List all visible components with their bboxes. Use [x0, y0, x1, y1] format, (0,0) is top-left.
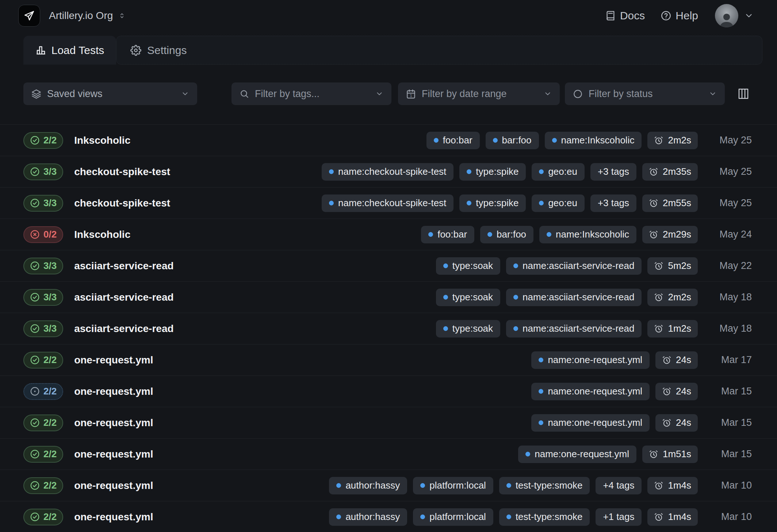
- status-badge: 2/2: [23, 132, 63, 149]
- tag-overflow-chip: +3 tags: [590, 163, 636, 181]
- book-icon: [605, 11, 616, 21]
- tag-label: type:soak: [452, 323, 493, 334]
- tag-list: author:hassy platform:local test-type:sm…: [329, 477, 642, 494]
- duration-chip: 5m2s: [647, 257, 698, 275]
- duration-chip: 2m2s: [647, 289, 698, 306]
- tag-chip: foo:bar: [426, 132, 480, 149]
- org-switcher[interactable]: Artillery.io Org: [49, 10, 126, 22]
- test-run-row[interactable]: 3/3 checkout-spike-test name:checkout-sp…: [0, 156, 777, 187]
- tag-dot-icon: [539, 201, 544, 205]
- test-run-row[interactable]: 3/3 checkout-spike-test name:checkout-sp…: [0, 187, 777, 219]
- test-run-row[interactable]: 3/3 asciiart-service-read type:soak name…: [0, 281, 777, 313]
- test-run-row[interactable]: 2/2 one-request.yml name:one-request.yml…: [0, 375, 777, 407]
- filter-by-date-range-dropdown[interactable]: 1 Filter by date range: [398, 82, 560, 105]
- chevron-down-icon[interactable]: [744, 11, 754, 20]
- tag-list: name:one-request.yml: [531, 383, 650, 400]
- docs-link[interactable]: Docs: [605, 9, 645, 22]
- duration-chip: 1m2s: [647, 320, 698, 338]
- status-badge: 2/2: [23, 383, 63, 400]
- test-name: one-request.yml: [74, 511, 329, 523]
- status-count: 2/2: [43, 417, 57, 428]
- tag-chip: type:soak: [436, 320, 500, 338]
- test-run-row[interactable]: 2/2 one-request.yml name:one-request.yml…: [0, 407, 777, 438]
- test-run-row[interactable]: 2/2 Inkscoholic foo:bar bar:foo name:Ink…: [0, 124, 777, 156]
- x-circle-icon: [30, 230, 40, 239]
- tag-chip: geo:eu: [532, 163, 585, 181]
- check-circle-icon: [30, 167, 40, 177]
- tag-label: +3 tags: [598, 166, 629, 177]
- tag-label: author:hassy: [345, 511, 400, 523]
- tag-dot-icon: [443, 326, 448, 331]
- check-circle-icon: [30, 198, 40, 208]
- test-name: one-request.yml: [74, 354, 531, 366]
- alarm-clock-icon: [662, 418, 671, 428]
- tab-load-tests[interactable]: Load Tests: [23, 36, 116, 65]
- tag-label: name:Inkscoholic: [556, 229, 629, 240]
- tag-label: name:one-request.yml: [535, 448, 629, 460]
- alarm-clock-icon: [649, 450, 658, 459]
- tag-chip: type:soak: [436, 257, 500, 275]
- tag-dot-icon: [525, 452, 530, 456]
- duration-value: 24s: [676, 417, 691, 428]
- status-count: 2/2: [43, 480, 57, 491]
- duration-chip: 2m55s: [642, 194, 698, 212]
- test-run-row[interactable]: 0/2 Inkscoholic foo:bar bar:foo name:Ink…: [0, 219, 777, 250]
- tag-list: type:soak name:asciiart-service-read: [436, 320, 642, 338]
- tag-list: name:one-request.yml: [531, 351, 650, 369]
- test-run-row[interactable]: 3/3 asciiart-service-read type:soak name…: [0, 250, 777, 281]
- check-circle-icon: [30, 292, 40, 302]
- test-run-row[interactable]: 2/2 one-request.yml name:one-request.yml…: [0, 344, 777, 375]
- tag-dot-icon: [467, 169, 471, 174]
- svg-text:1: 1: [410, 93, 412, 97]
- duration-value: 1m51s: [663, 448, 691, 460]
- test-name: asciiart-service-read: [74, 260, 436, 272]
- test-run-row[interactable]: 2/2 one-request.yml author:hassy platfor…: [0, 501, 777, 532]
- tag-dot-icon: [539, 420, 543, 425]
- top-header: Artillery.io Org Docs: [0, 0, 777, 31]
- tag-label: +3 tags: [598, 197, 629, 209]
- alarm-clock-icon: [654, 293, 663, 302]
- rocket-icon: [23, 9, 35, 22]
- duration-value: 1m2s: [668, 323, 691, 334]
- column-settings-button[interactable]: [737, 87, 750, 101]
- duration-value: 5m2s: [668, 260, 691, 271]
- filter-by-date-range-label: Filter by date range: [422, 88, 507, 100]
- filter-by-tags-input[interactable]: Filter by tags...: [231, 82, 391, 105]
- status-badge: 3/3: [23, 195, 63, 212]
- test-name: one-request.yml: [74, 417, 531, 429]
- run-date: Mar 17: [708, 354, 752, 366]
- tab-settings[interactable]: Settings: [116, 36, 187, 64]
- chevron-down-icon: [709, 90, 717, 98]
- tag-chip: name:Inkscoholic: [539, 226, 636, 243]
- status-count: 2/2: [43, 386, 57, 397]
- status-badge: 3/3: [23, 289, 63, 306]
- tag-dot-icon: [434, 138, 439, 143]
- layers-icon: [31, 89, 41, 99]
- run-date: Mar 10: [708, 480, 752, 491]
- tag-dot-icon: [547, 232, 551, 237]
- tag-dot-icon: [506, 514, 511, 519]
- avatar[interactable]: [715, 4, 738, 27]
- run-date: Mar 15: [708, 386, 752, 397]
- run-date: Mar 10: [708, 511, 752, 523]
- test-run-row[interactable]: 3/3 asciiart-service-read type:soak name…: [0, 313, 777, 344]
- status-count: 2/2: [43, 448, 57, 460]
- test-name: checkout-spike-test: [74, 166, 322, 178]
- artillery-logo[interactable]: [18, 5, 40, 27]
- tag-dot-icon: [336, 483, 341, 488]
- gear-icon: [130, 45, 141, 56]
- saved-views-dropdown[interactable]: Saved views: [23, 82, 197, 105]
- tag-chip: test-type:smoke: [499, 477, 590, 494]
- tag-label: name:checkout-spike-test: [338, 166, 446, 177]
- tag-label: platform:local: [429, 480, 486, 491]
- org-name: Artillery.io Org: [49, 10, 113, 22]
- duration-chip: 2m2s: [647, 132, 698, 149]
- help-link[interactable]: Help: [661, 9, 698, 22]
- tag-chip: platform:local: [413, 508, 493, 526]
- run-date: May 25: [708, 197, 752, 209]
- test-name: one-request.yml: [74, 448, 518, 460]
- test-run-row[interactable]: 2/2 one-request.yml author:hassy platfor…: [0, 470, 777, 501]
- test-run-row[interactable]: 2/2 one-request.yml name:one-request.yml…: [0, 438, 777, 470]
- tag-chip: test-type:smoke: [499, 508, 590, 526]
- filter-by-status-dropdown[interactable]: Filter by status: [565, 82, 725, 105]
